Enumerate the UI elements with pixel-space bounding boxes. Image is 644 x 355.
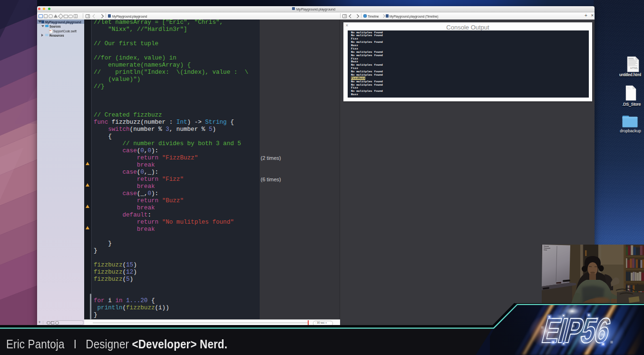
- svg-text:HTML: HTML: [630, 67, 638, 69]
